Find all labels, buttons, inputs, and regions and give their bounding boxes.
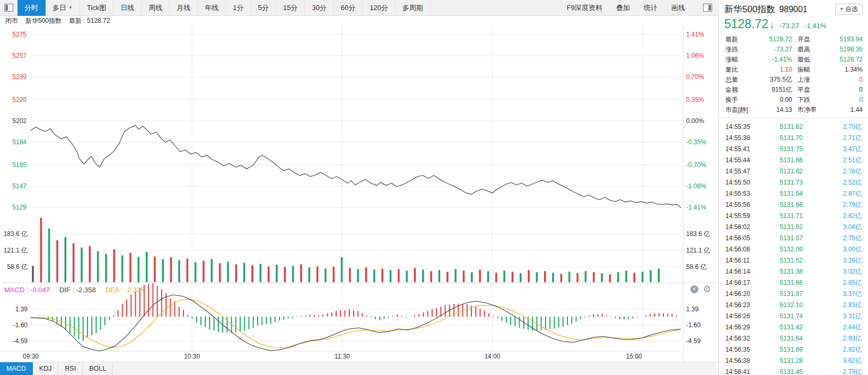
tick-row: 14:56:055131.572.75亿	[719, 233, 868, 244]
indicator-tab-MACD[interactable]: MACD	[0, 362, 33, 375]
indicator-tab-KDJ[interactable]: KDJ	[33, 362, 59, 375]
time-axis-label: 14:00	[484, 351, 500, 362]
tab-多周期[interactable]: 多周期	[396, 0, 431, 16]
toolbar-link-画线[interactable]: 画线	[671, 3, 685, 13]
tab-年线[interactable]: 年线	[198, 0, 226, 16]
tick-price: 5131.66	[766, 199, 803, 211]
tick-volume: 3.47亿	[803, 144, 862, 155]
tab-30分[interactable]: 30分	[305, 0, 334, 16]
tick-volume: 2.78亿	[803, 166, 862, 177]
price-tick-label: 5257	[12, 52, 27, 59]
tick-list[interactable]: 14:55:355131.622.70亿14:55:385131.702.71亿…	[719, 118, 868, 375]
collapse-right-panel-icon[interactable]	[703, 4, 712, 12]
stat-label: 最低	[797, 55, 825, 65]
tick-volume: 2.73亿	[803, 367, 862, 375]
tick-price: 5131.52	[766, 255, 803, 266]
market-status: 闭市	[5, 16, 18, 25]
tick-row: 14:55:445131.662.51亿	[719, 155, 868, 166]
tick-volume: 3.62亿	[803, 355, 862, 367]
tick-price: 5131.92	[766, 222, 803, 233]
price-tick-label: 5147	[12, 182, 27, 190]
indicator-header: MACD : -0.047 DIF : -2.358 DEA : -2.335	[4, 284, 144, 295]
stat-label: 振幅	[797, 65, 825, 75]
tab-Tick图[interactable]: Tick图	[80, 0, 113, 16]
close-indicator-icon[interactable]: ✕	[690, 285, 698, 293]
tick-time: 14:55:35	[725, 121, 766, 133]
tab-分时[interactable]: 分时	[17, 0, 46, 16]
tick-volume: 3.37亿	[803, 289, 862, 300]
tick-volume: 3.04亿	[803, 222, 862, 233]
tick-row: 14:55:415131.753.47亿	[719, 144, 868, 155]
tick-time: 14:56:29	[725, 322, 766, 333]
tab-月线[interactable]: 月线	[170, 0, 198, 16]
tick-price: 5131.45	[766, 367, 803, 375]
stat-label: 市净率	[797, 105, 825, 115]
dea-value-label: DEA : -2.335	[106, 286, 145, 294]
stat-value: 0	[825, 75, 863, 85]
tab-120分[interactable]: 120分	[363, 0, 396, 16]
tab-周线[interactable]: 周线	[142, 0, 170, 16]
tick-price: 5131.64	[766, 333, 803, 344]
chart-area[interactable]: 52751.41%52571.06%52390.70%52200.35%5202…	[0, 25, 718, 362]
tick-row: 14:56:415131.452.73亿	[719, 367, 868, 375]
indicator-settings-icon[interactable]: ⚙	[703, 285, 711, 293]
macd-value-label: MACD : -0.047	[4, 286, 50, 294]
tick-row: 14:55:505131.732.52亿	[719, 177, 868, 188]
tab-多日[interactable]: 多日▼	[46, 0, 80, 16]
toolbar-link-统计[interactable]: 统计	[644, 3, 657, 13]
stat-label: 最高	[797, 45, 825, 55]
dif-value-label: DIF : -2.358	[59, 286, 96, 294]
price-tick-label: 5202	[12, 117, 27, 125]
tick-time: 14:55:53	[725, 188, 766, 199]
stat-value: 1.44	[825, 105, 863, 115]
tick-time: 14:56:23	[725, 300, 766, 311]
period-toolbar: 分时多日▼Tick图日线周线月线年线1分5分15分30分60分120分多周期 F…	[0, 0, 718, 16]
percent-tick-label: -0.70%	[686, 161, 706, 169]
stat-value: 5193.94	[825, 34, 863, 45]
tab-60分[interactable]: 60分	[334, 0, 363, 16]
status-bar: 闭市 新华500指数 最新 : 5128.72	[0, 16, 718, 25]
stat-value: 0	[825, 85, 863, 95]
add-watchlist-button[interactable]: + 自选	[835, 4, 863, 15]
tick-price: 5131.73	[766, 177, 803, 188]
tick-price: 5131.62	[766, 166, 803, 177]
tick-volume: 3.26亿	[803, 255, 862, 266]
time-axis-label: 09:30	[23, 351, 39, 362]
instrument-code: 989001	[779, 5, 807, 14]
stat-value: 375.5亿	[757, 75, 797, 85]
volume-tick-label: 121.1 亿	[4, 247, 28, 254]
tick-volume: 2.82亿	[803, 211, 862, 222]
tab-5分[interactable]: 5分	[251, 0, 276, 16]
chart-canvas[interactable]: 52751.41%52571.06%52390.70%52200.35%5202…	[0, 25, 718, 362]
tick-volume: 3.02亿	[803, 266, 862, 277]
price-tick-label: 5184	[12, 138, 27, 146]
stat-label: 涨幅	[725, 55, 757, 65]
collapse-left-panel-icon[interactable]	[4, 4, 13, 12]
percent-tick-label: 0.70%	[686, 73, 704, 81]
tab-日线[interactable]: 日线	[113, 0, 142, 16]
stat-value: 5128.72	[757, 34, 797, 45]
tick-time: 14:56:11	[725, 255, 766, 266]
tab-1分[interactable]: 1分	[226, 0, 251, 16]
price-tick-label: 5165	[12, 161, 27, 169]
tab-15分[interactable]: 15分	[276, 0, 305, 16]
stat-value: -73.27	[757, 45, 797, 55]
stat-value: -1.41%	[757, 55, 797, 65]
indicator-tab-RSI[interactable]: RSI	[58, 362, 83, 375]
tick-time: 14:56:05	[725, 233, 766, 244]
indicator-tab-BOLL[interactable]: BOLL	[83, 362, 113, 375]
price-line	[31, 125, 681, 207]
tick-row: 14:56:085132.093.00亿	[719, 244, 868, 255]
tick-time: 14:56:17	[725, 277, 766, 289]
tick-row: 14:55:475131.622.78亿	[719, 166, 868, 177]
down-arrow-icon: ↓	[769, 20, 774, 31]
volume-tick-label: 121.1 亿	[686, 247, 710, 254]
percent-tick-label: 1.06%	[686, 52, 704, 59]
tick-volume: 2.51亿	[803, 155, 862, 166]
toolbar-link-F9深度资料[interactable]: F9深度资料	[567, 3, 602, 13]
tick-volume: 2.87亿	[803, 188, 862, 199]
tick-row: 14:56:325131.642.93亿	[719, 333, 868, 344]
toolbar-link-叠加[interactable]: 叠加	[616, 3, 630, 13]
last-price: 5128.72	[724, 17, 768, 31]
tick-row: 14:55:565131.662.79亿	[719, 199, 868, 211]
